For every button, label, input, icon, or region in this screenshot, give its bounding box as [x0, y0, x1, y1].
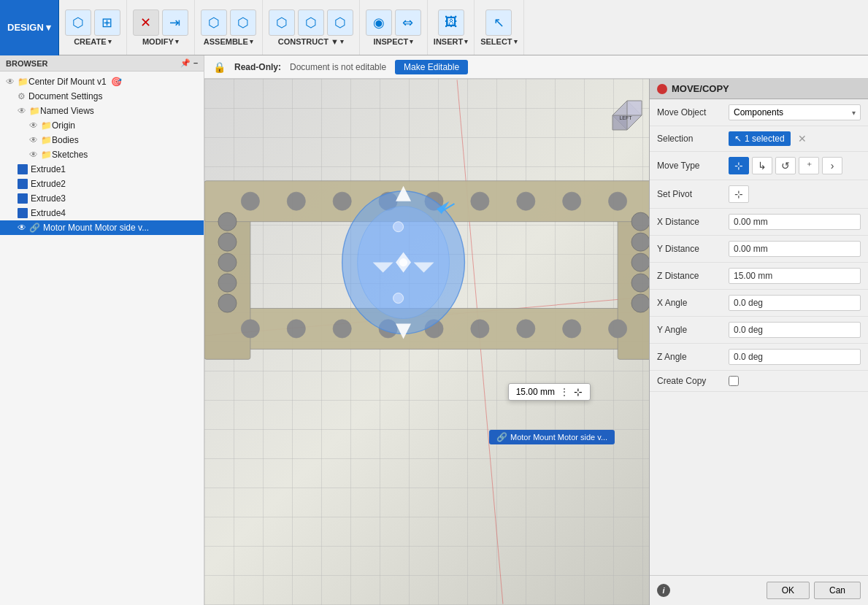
x-distance-input[interactable] [729, 214, 861, 230]
svg-point-11 [631, 253, 650, 271]
construct-icons: ⬡ ⬡ ⬡ [269, 9, 353, 36]
y-angle-label: Y Angle [657, 325, 723, 335]
panel-row-move-object: Move Object Components ▾ [650, 99, 868, 126]
sidebar-close-icon[interactable]: – [193, 58, 198, 68]
info-icon[interactable]: i [657, 584, 670, 597]
create-icon-1[interactable]: ⬡ [65, 9, 91, 36]
cancel-button[interactable]: Can [814, 582, 861, 599]
assemble-icon-1[interactable]: ⬡ [201, 9, 227, 36]
inspect-icon-1[interactable]: ◉ [366, 9, 392, 36]
move-type-btn-point[interactable]: ⁺ [799, 157, 819, 174]
view-cube[interactable]: LEFT [598, 86, 656, 144]
sidebar-item-motor-mount[interactable]: 👁 🔗 Motor Mount Motor side v... [0, 220, 204, 235]
move-type-btn-more[interactable]: › [822, 157, 842, 174]
distance-move-icon[interactable]: ⊹ [574, 386, 583, 398]
cursor-icon: ↖ [734, 134, 742, 144]
x-distance-label: X Distance [657, 217, 723, 227]
svg-point-6 [218, 253, 237, 271]
z-distance-input[interactable] [729, 268, 861, 284]
toolbar-group-select: ↖ SELECT ▾ [475, 0, 523, 55]
svg-point-15 [287, 320, 305, 338]
modify-icon-1[interactable]: ✕ [133, 9, 159, 36]
main-canvas[interactable]: 🔗 Motor Mount Motor side v... 15.00 mm ⋮… [204, 79, 664, 605]
selection-count: 1 selected [745, 134, 785, 144]
sidebar-item-label-sketches: Sketches [52, 150, 88, 160]
create-icons: ⬡ ⊞ [65, 9, 120, 36]
dropdown-arrow-icon: ▾ [852, 109, 856, 117]
construct-icon-3[interactable]: ⬡ [327, 9, 353, 36]
sidebar-item-doc-settings[interactable]: ⚙ Document Settings [0, 89, 204, 104]
make-editable-button[interactable]: Make Editable [395, 60, 468, 74]
z-angle-input[interactable] [729, 349, 861, 365]
body-icon-extrude2 [18, 179, 28, 189]
selection-clear-button[interactable]: ✕ [798, 133, 807, 144]
select-label[interactable]: SELECT ▾ [480, 37, 517, 46]
sidebar-item-origin[interactable]: 👁 📁 Origin [0, 118, 204, 133]
move-type-btn-translate[interactable]: ⊹ [729, 157, 749, 174]
move-type-btn-axis[interactable]: ↳ [752, 157, 772, 174]
move-object-value: Components [734, 107, 783, 117]
sidebar-item-named-views[interactable]: 👁 📁 Named Views [0, 104, 204, 118]
ok-button[interactable]: OK [767, 582, 810, 599]
create-icon-2[interactable]: ⊞ [94, 9, 120, 36]
visibility-icon-origin[interactable]: 👁 [29, 120, 38, 131]
move-type-btn-rotate[interactable]: ↺ [775, 157, 796, 174]
visibility-icon-root[interactable]: 👁 [6, 77, 15, 87]
modify-icon-2[interactable]: ⇥ [162, 9, 188, 36]
sidebar-item-root[interactable]: 👁 📁 Center Dif Mount v1 🎯 [0, 74, 204, 89]
construct-icon-1[interactable]: ⬡ [269, 9, 295, 36]
folder-icon-bodies: 📁 [41, 135, 52, 145]
sidebar-item-sketches[interactable]: 👁 📁 Sketches [0, 147, 204, 162]
selection-button[interactable]: ↖ 1 selected [729, 131, 791, 146]
component-tooltip: 🔗 Motor Mount Motor side v... [489, 430, 615, 444]
link-icon-motor: 🔗 [29, 223, 40, 233]
panel-row-selection: Selection ↖ 1 selected ✕ [650, 126, 868, 152]
x-angle-input[interactable] [729, 295, 861, 311]
assemble-label[interactable]: ASSEMBLE ▾ [204, 37, 253, 46]
assemble-icon-2[interactable]: ⬡ [230, 9, 256, 36]
toolbar-group-inspect: ◉ ⇔ INSPECT ▾ [360, 0, 428, 55]
distance-options-button[interactable]: ⋮ [559, 386, 569, 398]
create-copy-checkbox[interactable] [729, 376, 739, 386]
svg-point-12 [631, 274, 650, 292]
panel-row-y-angle: Y Angle [650, 317, 868, 344]
visibility-icon-motor[interactable]: 👁 [18, 223, 26, 233]
inspect-icons: ◉ ⇔ [366, 9, 421, 36]
construct-icon-2[interactable]: ⬡ [298, 9, 324, 36]
selection-label: Selection [657, 134, 723, 144]
sidebar-item-bodies[interactable]: 👁 📁 Bodies [0, 133, 204, 147]
inspect-label[interactable]: INSPECT ▾ [374, 37, 414, 46]
panel-row-move-type: Move Type ⊹ ↳ ↺ ⁺ › [650, 152, 868, 180]
sidebar-item-extrude2[interactable]: Extrude2 [0, 177, 204, 191]
inspect-icon-2[interactable]: ⇔ [395, 9, 421, 36]
move-object-dropdown[interactable]: Components ▾ [729, 104, 861, 120]
panel-row-create-copy: Create Copy [650, 371, 868, 392]
toolbar-group-construct: ⬡ ⬡ ⬡ CONSTRUCT ▼ ▾ [263, 0, 360, 55]
sidebar-item-extrude4[interactable]: Extrude4 [0, 206, 204, 220]
visibility-icon-sketches[interactable]: 👁 [29, 150, 38, 160]
modify-label[interactable]: MODIFY ▾ [142, 37, 179, 46]
y-distance-label: Y Distance [657, 244, 723, 254]
insert-icon-1[interactable]: 🖼 [438, 9, 464, 36]
sidebar-item-label-extrude2: Extrude2 [31, 179, 66, 189]
sidebar-pin-icon[interactable]: 📌 [180, 58, 191, 68]
select-icon-1[interactable]: ↖ [485, 9, 512, 36]
select-icons: ↖ [485, 9, 512, 36]
visibility-icon-bodies[interactable]: 👁 [29, 135, 38, 145]
create-label[interactable]: CREATE ▾ [74, 37, 111, 46]
status-bar: 🔒 Read-Only: Document is not editable Ma… [204, 55, 868, 79]
folder-icon-root: 📁 [18, 77, 28, 87]
construct-label[interactable]: CONSTRUCT ▼ ▾ [278, 37, 344, 46]
y-distance-input[interactable] [729, 241, 861, 257]
sidebar-item-extrude3[interactable]: Extrude3 [0, 191, 204, 206]
y-angle-input[interactable] [729, 322, 861, 338]
move-type-label: Move Type [657, 161, 723, 171]
sidebar-item-extrude1[interactable]: Extrude1 [0, 162, 204, 177]
visibility-icon-named-views[interactable]: 👁 [18, 106, 26, 116]
insert-label[interactable]: INSERT ▾ [434, 37, 468, 46]
design-button[interactable]: DESIGN ▾ [0, 0, 59, 55]
sidebar-header: BROWSER 📌 – [0, 55, 204, 72]
svg-point-20 [517, 320, 535, 338]
svg-point-28 [471, 192, 489, 210]
set-pivot-button[interactable]: ⊹ [729, 185, 749, 203]
